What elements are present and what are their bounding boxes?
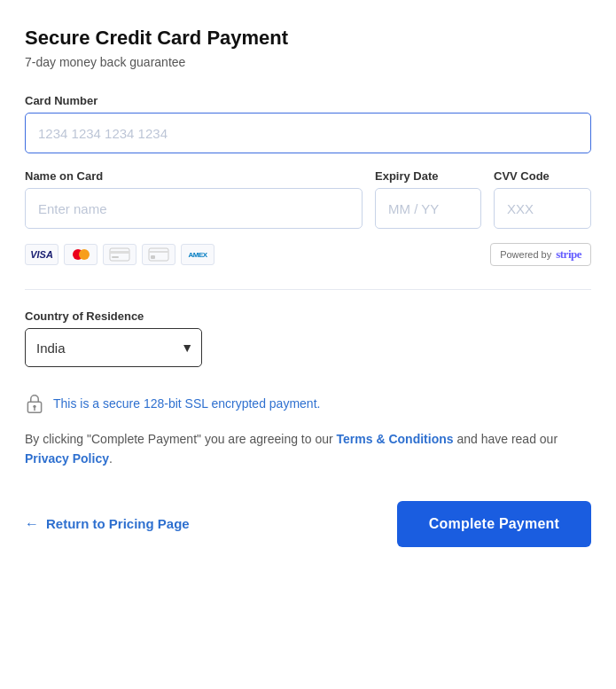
cvv-code-label: CVV Code	[494, 169, 591, 183]
mastercard-icon	[64, 244, 97, 265]
cards-stripe-row: VISA AMEX	[25, 243, 591, 266]
svg-rect-5	[151, 255, 155, 259]
return-to-pricing-link[interactable]: ← Return to Pricing Page	[25, 516, 190, 532]
svg-rect-2	[112, 256, 119, 258]
ssl-text: This is a secure 128-bit SSL encrypted p…	[53, 396, 320, 411]
svg-rect-0	[110, 248, 129, 261]
card-number-section: Card Number	[25, 94, 591, 153]
page-title: Secure Credit Card Payment	[25, 27, 591, 50]
ssl-notice: This is a secure 128-bit SSL encrypted p…	[25, 394, 591, 413]
country-select-wrapper: India United States United Kingdom Canad…	[25, 328, 202, 367]
divider	[25, 289, 591, 290]
country-label: Country of Residence	[25, 309, 591, 323]
lock-icon	[25, 394, 44, 413]
country-select[interactable]: India United States United Kingdom Canad…	[25, 328, 202, 367]
visa-icon: VISA	[25, 244, 58, 265]
country-section: Country of Residence India United States…	[25, 309, 591, 367]
card-details-row: Name on Card Expiry Date CVV Code	[25, 169, 591, 229]
amex-icon: AMEX	[181, 244, 214, 265]
terms-paragraph: By clicking "Complete Payment" you are a…	[25, 429, 591, 469]
name-on-card-label: Name on Card	[25, 169, 363, 183]
svg-rect-1	[110, 251, 129, 254]
terms-prefix: By clicking "Complete Payment" you are a…	[25, 432, 337, 446]
cvv-code-input[interactable]	[494, 188, 591, 229]
name-on-card-section: Name on Card	[25, 169, 363, 229]
powered-by-text: Powered by	[500, 249, 551, 260]
card-number-label: Card Number	[25, 94, 591, 107]
stripe-logo: stripe	[556, 247, 581, 262]
privacy-policy-link[interactable]: Privacy Policy	[25, 451, 109, 466]
expiry-date-section: Expiry Date	[375, 169, 481, 229]
generic-card1-icon	[103, 244, 136, 265]
name-on-card-input[interactable]	[25, 188, 363, 229]
terms-conditions-link[interactable]: Terms & Conditions	[337, 432, 454, 446]
stripe-badge: Powered by stripe	[490, 243, 591, 266]
terms-suffix: .	[109, 451, 113, 466]
expiry-date-input[interactable]	[375, 188, 481, 229]
complete-payment-button[interactable]: Complete Payment	[397, 501, 591, 547]
card-number-input[interactable]	[25, 113, 591, 153]
arrow-left-icon: ←	[25, 516, 39, 532]
generic-card2-icon	[142, 244, 175, 265]
cvv-code-section: CVV Code	[494, 169, 591, 229]
subtitle: 7-day money back guarantee	[25, 55, 591, 69]
return-label: Return to Pricing Page	[46, 516, 190, 531]
footer-actions: ← Return to Pricing Page Complete Paymen…	[25, 501, 591, 547]
card-icons-group: VISA AMEX	[25, 244, 214, 265]
terms-middle: and have read our	[454, 432, 558, 446]
expiry-date-label: Expiry Date	[375, 169, 481, 183]
